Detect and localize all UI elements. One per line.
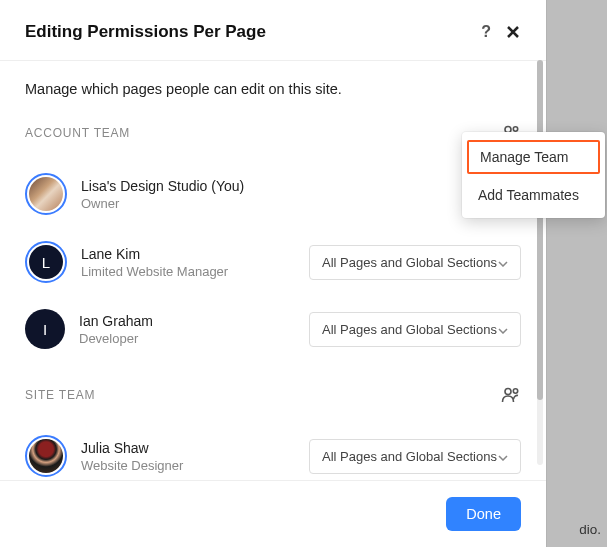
member-name: Julia Shaw bbox=[81, 440, 309, 456]
permission-select[interactable]: All Pages and Global Sections bbox=[309, 245, 521, 280]
modal-header: Editing Permissions Per Page ? bbox=[0, 0, 546, 61]
scrollbar-thumb[interactable] bbox=[537, 60, 543, 400]
avatar: I bbox=[25, 309, 65, 349]
permission-select[interactable]: All Pages and Global Sections bbox=[309, 439, 521, 474]
site-team-header: SITE TEAM bbox=[25, 387, 521, 403]
chevron-down-icon bbox=[498, 449, 508, 464]
done-button[interactable]: Done bbox=[446, 497, 521, 531]
close-icon[interactable] bbox=[505, 24, 521, 40]
member-role: Website Designer bbox=[81, 458, 309, 473]
member-name: Lane Kim bbox=[81, 246, 309, 262]
avatar: L bbox=[25, 241, 67, 283]
member-info: Lisa's Design Studio (You) Owner bbox=[81, 178, 521, 211]
member-info: Lane Kim Limited Website Manager bbox=[81, 246, 309, 279]
member-name: Lisa's Design Studio (You) bbox=[81, 178, 521, 194]
dropdown-item-add-teammates[interactable]: Add Teammates bbox=[462, 177, 605, 213]
member-role: Developer bbox=[79, 331, 309, 346]
member-row-julia: Julia Shaw Website Designer All Pages an… bbox=[25, 423, 521, 480]
permissions-modal: Editing Permissions Per Page ? Manage wh… bbox=[0, 0, 546, 547]
scrollbar[interactable] bbox=[537, 60, 543, 465]
chevron-down-icon bbox=[498, 255, 508, 270]
svg-point-1 bbox=[513, 127, 517, 131]
modal-body: Manage which pages people can edit on th… bbox=[0, 61, 546, 480]
member-row-ian: I Ian Graham Developer All Pages and Glo… bbox=[25, 297, 521, 363]
help-icon[interactable]: ? bbox=[481, 23, 491, 41]
dropdown-item-manage-team[interactable]: Manage Team bbox=[467, 140, 600, 174]
member-info: Julia Shaw Website Designer bbox=[81, 440, 309, 473]
modal-title: Editing Permissions Per Page bbox=[25, 22, 266, 42]
permission-value: All Pages and Global Sections bbox=[322, 449, 497, 464]
modal-footer: Done bbox=[0, 480, 546, 547]
permission-value: All Pages and Global Sections bbox=[322, 255, 497, 270]
background-text-fragment: dio. bbox=[579, 522, 601, 537]
member-info: Ian Graham Developer bbox=[79, 313, 309, 346]
account-team-header: ACCOUNT TEAM bbox=[25, 125, 521, 141]
team-dropdown-menu: Manage Team Add Teammates bbox=[462, 132, 605, 218]
account-team-label: ACCOUNT TEAM bbox=[25, 126, 130, 140]
site-team-label: SITE TEAM bbox=[25, 388, 95, 402]
svg-point-3 bbox=[513, 389, 517, 393]
member-row-lane: L Lane Kim Limited Website Manager All P… bbox=[25, 229, 521, 297]
permission-value: All Pages and Global Sections bbox=[322, 322, 497, 337]
svg-point-2 bbox=[505, 389, 511, 395]
member-role: Limited Website Manager bbox=[81, 264, 309, 279]
member-name: Ian Graham bbox=[79, 313, 309, 329]
manage-site-team-icon[interactable] bbox=[501, 387, 521, 403]
member-row-lisa: Lisa's Design Studio (You) Owner bbox=[25, 161, 521, 229]
avatar bbox=[25, 173, 67, 215]
permission-select[interactable]: All Pages and Global Sections bbox=[309, 312, 521, 347]
member-role: Owner bbox=[81, 196, 521, 211]
chevron-down-icon bbox=[498, 322, 508, 337]
avatar bbox=[25, 435, 67, 477]
header-actions: ? bbox=[481, 23, 521, 41]
modal-subtitle: Manage which pages people can edit on th… bbox=[25, 81, 521, 97]
